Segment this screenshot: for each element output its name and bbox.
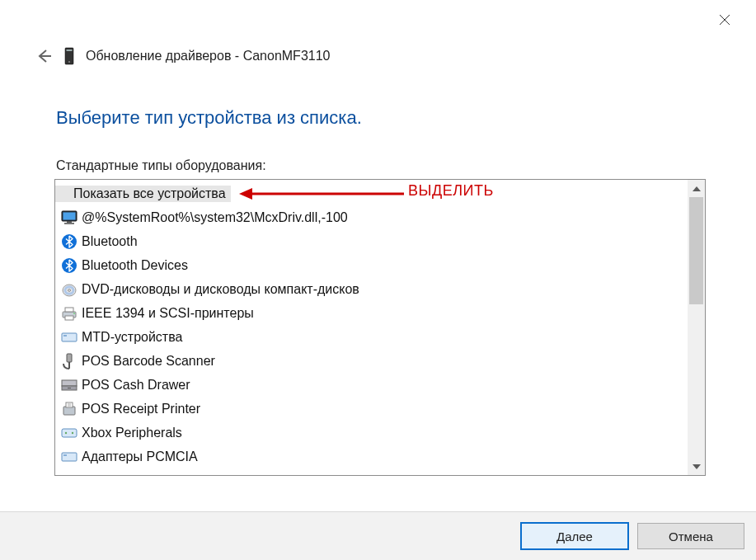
scroll-down-button[interactable] [688,458,705,475]
list-item-label: MTD-устройства [82,330,182,345]
list-item-label: IEEE 1394 и SCSI-принтеры [82,306,254,321]
device-type-listbox[interactable]: Показать все устройства@%SystemRoot%\sys… [54,179,706,476]
list-item-label: Адаптеры PCMCIA [82,449,198,464]
back-button[interactable] [35,47,53,65]
svg-rect-32 [62,453,77,461]
xbox-icon [60,424,78,442]
disc-icon [60,280,78,299]
svg-rect-29 [62,429,77,437]
svg-rect-22 [62,380,77,386]
list-item[interactable]: Xbox Peripherals [55,421,688,445]
list-item-label: @%SystemRoot%\system32\McxDriv.dll,-100 [82,210,348,225]
svg-rect-19 [62,333,77,341]
list-item-label: POS Receipt Printer [82,402,200,416]
device-icon [60,448,78,466]
svg-rect-7 [63,212,76,219]
printer-icon [60,304,78,322]
svg-rect-17 [65,316,73,320]
close-button[interactable] [708,8,741,31]
list-item[interactable]: Bluetooth [55,229,688,253]
scroll-thumb[interactable] [689,197,703,304]
svg-rect-24 [68,388,71,388]
svg-point-18 [73,313,75,314]
device-icon [60,328,78,346]
list-item[interactable]: @%SystemRoot%\system32\McxDriv.dll,-100 [55,205,688,229]
svg-marker-34 [693,186,701,191]
monitor-icon [60,209,78,227]
svg-point-5 [68,61,70,63]
svg-rect-26 [66,402,73,407]
svg-point-30 [65,431,67,433]
svg-rect-16 [65,308,73,312]
list-item[interactable]: Адаптеры PCMCIA [55,445,688,468]
bluetooth-icon [60,233,78,251]
receipt-printer-icon [60,400,78,418]
scroll-track[interactable] [688,197,705,458]
scroll-up-button[interactable] [688,180,705,197]
list-item-label: Xbox Peripherals [82,426,182,440]
svg-rect-33 [63,454,67,456]
svg-marker-35 [693,464,701,469]
list-label: Стандартные типы оборудования: [56,158,266,173]
svg-rect-21 [67,354,72,362]
scanner-icon [60,352,78,370]
scrollbar[interactable] [688,180,705,475]
list-item[interactable]: POS Cash Drawer [55,373,688,397]
list-item[interactable]: Bluetooth Devices [55,253,688,277]
list-item[interactable]: Показать все устройства [55,181,688,205]
svg-point-31 [72,431,73,433]
list-item-label: DVD-дисководы и дисководы компакт-дисков [82,282,359,297]
list-item[interactable]: IEEE 1394 и SCSI-принтеры [55,301,688,325]
list-item-label: POS Barcode Scanner [82,354,215,369]
svg-rect-8 [67,221,72,223]
list-item[interactable]: POS Receipt Printer [55,397,688,421]
page-heading: Выберите тип устройства из списка. [56,107,362,129]
cancel-button[interactable]: Отмена [637,523,744,549]
dialog-title: Обновление драйверов - CanonMF3110 [86,49,330,64]
svg-point-14 [68,289,71,291]
list-item[interactable]: DVD-дисководы и дисководы компакт-дисков [55,277,688,301]
list-item[interactable]: MTD-устройства [55,325,688,349]
list-item-label: POS Cash Drawer [82,378,190,393]
list-item-label: Bluetooth [82,234,138,249]
svg-rect-9 [64,223,74,224]
svg-rect-20 [63,335,67,336]
next-button[interactable]: Далее [520,522,629,550]
list-item-label: Bluetooth Devices [82,258,188,273]
device-icon [63,46,76,66]
svg-rect-4 [67,49,73,51]
list-item-label: Показать все устройства [55,186,231,202]
drawer-icon [60,376,78,394]
button-bar: Далее Отмена [0,511,756,560]
header: Обновление драйверов - CanonMF3110 [35,46,740,66]
dialog-window: Обновление драйверов - CanonMF3110 Выбер… [0,0,756,560]
list-item[interactable]: POS Barcode Scanner [55,349,688,373]
bluetooth-icon [60,256,78,275]
